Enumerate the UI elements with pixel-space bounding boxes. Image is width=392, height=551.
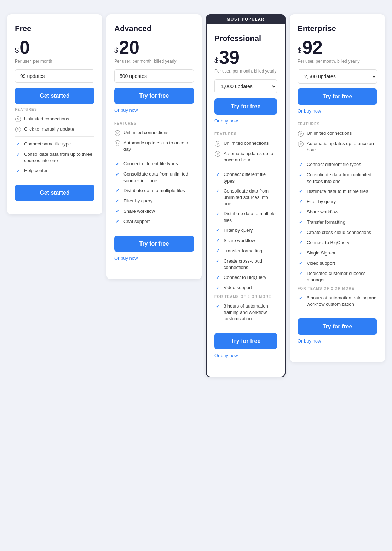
currency: $ xyxy=(15,46,19,54)
check-icon: ✓ xyxy=(15,151,21,158)
feature-text: Consolidate data from unlimited sources … xyxy=(123,171,194,184)
feature-item: ✓ Connect to BigQuery xyxy=(214,274,277,281)
feature-text: Automatic updates up to once an hour xyxy=(224,150,277,163)
feature-text: Share workflow xyxy=(224,237,255,244)
feature-item: ✓ Video support xyxy=(214,285,277,291)
price-period: Per user, per month, billed yearly xyxy=(114,59,194,64)
check-icon: ✓ xyxy=(214,275,221,281)
cta-bottom-button[interactable]: Try for free xyxy=(298,318,377,335)
circle-icon: ↻ xyxy=(15,126,21,133)
price-period: Per user, per month xyxy=(15,59,94,64)
price-amount: 0 xyxy=(19,38,30,57)
feature-text: Automatic updates up to once an hour xyxy=(307,140,377,153)
features-section: FEATURES ↻ Unlimited connections ↻ Autom… xyxy=(298,122,377,311)
feature-item: ✓ Distribute data to multiple files xyxy=(214,211,277,223)
team-feature-item: ✓ 3 hours of automation training and wor… xyxy=(214,303,277,322)
check-icon: ✓ xyxy=(298,199,304,205)
feature-text: Single Sign-on xyxy=(307,250,337,256)
feature-text: Unlimited connections xyxy=(24,116,69,122)
features-section: FEATURES ↻ Unlimited connections ↻ Click… xyxy=(15,108,94,178)
circle-icon: ↻ xyxy=(114,130,121,136)
feature-text: Transfer formatting xyxy=(224,248,262,254)
teams-label: FOR TEAMS OF 2 OR MORE xyxy=(298,287,377,291)
price-period: Per user, per month, billed yearly xyxy=(298,59,377,64)
cta-primary-button[interactable]: Try for free xyxy=(298,88,377,105)
feature-text: Chat support xyxy=(123,218,150,225)
price-amount: 39 xyxy=(219,48,240,67)
cta-primary-button[interactable]: Get started xyxy=(15,88,94,104)
feature-text: Distribute data to multiple files xyxy=(123,188,185,194)
check-icon: ✓ xyxy=(214,238,221,244)
cta-primary-button[interactable]: Try for free xyxy=(214,98,277,115)
feature-item: ✓ Consolidate data from unlimited source… xyxy=(214,188,277,207)
feature-text: Connect different file types xyxy=(224,171,277,184)
feature-item: ↻ Automatic updates up to once a day xyxy=(114,140,194,153)
features-label: FEATURES xyxy=(114,121,194,125)
cta-bottom-button[interactable]: Try for free xyxy=(114,236,194,252)
feature-item: ✓ Single Sign-on xyxy=(298,250,377,257)
check-icon: ✓ xyxy=(298,240,304,246)
check-icon: ✓ xyxy=(214,285,221,291)
check-icon: ✓ xyxy=(298,271,304,277)
feature-text: Connect different file types xyxy=(123,161,178,167)
or-buy-bottom-link[interactable]: Or buy now xyxy=(214,353,277,358)
plan-name: Professional xyxy=(214,34,277,43)
check-icon: ✓ xyxy=(298,230,304,236)
feature-text: Connect to BigQuery xyxy=(224,274,266,281)
circle-icon: ↻ xyxy=(214,151,221,157)
updates-input[interactable] xyxy=(114,69,194,83)
feature-item: ↻ Click to manually update xyxy=(15,126,94,133)
or-buy-link[interactable]: Or buy now xyxy=(298,108,377,114)
feature-text: Consolidate data from up to three source… xyxy=(24,151,94,164)
check-icon: ✓ xyxy=(298,172,304,178)
feature-item: ✓ Help center xyxy=(15,167,94,174)
feature-item: ✓ Share workflow xyxy=(114,208,194,215)
feature-item: ✓ Consolidate data from unlimited source… xyxy=(114,171,194,184)
cta-bottom-button[interactable]: Get started xyxy=(15,185,94,201)
check-icon: ✓ xyxy=(298,162,304,168)
bottom-btn-section: Try for free Or buy now xyxy=(114,229,194,269)
feature-text: Filter by query xyxy=(307,199,336,205)
or-buy-link[interactable]: Or buy now xyxy=(114,108,194,113)
feature-item: ↻ Automatic updates up to once an hour xyxy=(298,140,377,153)
cta-bottom-button[interactable]: Try for free xyxy=(214,333,277,349)
check-icon: ✓ xyxy=(114,171,121,178)
pricing-grid: Free $ 0 Per user, per month Get started… xyxy=(7,7,385,384)
check-icon: ✓ xyxy=(214,258,221,265)
feature-item: ✓ Create cross-cloud connections xyxy=(298,229,377,236)
feature-text: Share workflow xyxy=(307,209,338,215)
feature-item: ✓ Share workflow xyxy=(214,237,277,244)
feature-item: ✓ Transfer formatting xyxy=(298,219,377,226)
feature-item: ✓ Filter by query xyxy=(114,198,194,205)
check-icon: ✓ xyxy=(214,188,221,195)
circle-icon: ↻ xyxy=(298,141,304,147)
feature-text: Filter by query xyxy=(224,227,253,234)
feature-item: ✓ Filter by query xyxy=(298,199,377,205)
feature-text: Connect same file type xyxy=(24,141,71,147)
popular-badge: MOST POPULAR xyxy=(206,14,286,24)
features-label: FEATURES xyxy=(214,132,277,136)
cta-primary-button[interactable]: Try for free xyxy=(114,88,194,104)
features-label: FEATURES xyxy=(298,122,377,126)
plan-card-free: Free $ 0 Per user, per month Get started… xyxy=(7,14,102,214)
or-buy-bottom-link[interactable]: Or buy now xyxy=(298,338,377,344)
feature-divider xyxy=(214,167,277,167)
check-icon: ✓ xyxy=(214,172,221,178)
updates-input[interactable] xyxy=(15,69,94,83)
or-buy-bottom-link[interactable]: Or buy now xyxy=(114,256,194,261)
updates-select[interactable]: 2,500 updates xyxy=(298,69,377,84)
check-icon: ✓ xyxy=(298,250,304,257)
updates-select[interactable]: 1,000 updates xyxy=(214,79,277,93)
feature-text: Automatic updates up to once a day xyxy=(123,140,194,153)
check-icon: ✓ xyxy=(114,188,121,194)
or-buy-link[interactable]: Or buy now xyxy=(214,118,277,124)
feature-divider xyxy=(114,156,194,156)
circle-icon: ↻ xyxy=(214,140,221,147)
check-icon: ✓ xyxy=(214,228,221,234)
feature-item: ✓ Share workflow xyxy=(298,209,377,216)
currency: $ xyxy=(114,46,118,54)
currency: $ xyxy=(298,46,301,54)
feature-text: Consolidate data from unlimited sources … xyxy=(307,172,377,184)
circle-icon: ↻ xyxy=(298,131,304,137)
check-icon: ✓ xyxy=(114,219,121,225)
